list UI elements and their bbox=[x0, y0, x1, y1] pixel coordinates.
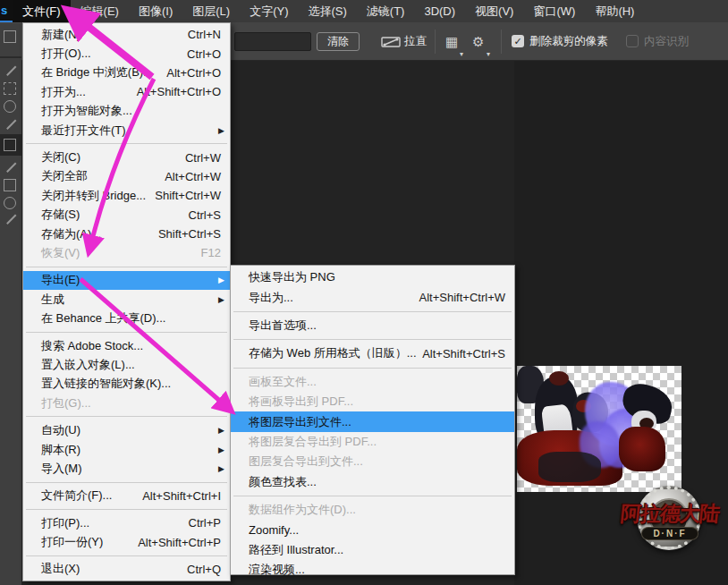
menu-item-export-layers-to-files[interactable]: 将图层导出到文件... bbox=[231, 411, 514, 431]
content-aware-label: 内容识别 bbox=[644, 22, 689, 61]
menu-item-generate[interactable]: 生成▶ bbox=[23, 290, 230, 309]
menu-filter[interactable]: 滤镜(T) bbox=[357, 0, 415, 22]
menu-item-export-as[interactable]: 导出为...Alt+Shift+Ctrl+W bbox=[231, 287, 514, 307]
menu-separator bbox=[233, 496, 512, 496]
menu-separator bbox=[26, 267, 227, 267]
submenu-arrow-icon: ▶ bbox=[218, 426, 224, 435]
submenu-arrow-icon: ▶ bbox=[218, 276, 224, 284]
menu-item-color-lookup-tables[interactable]: 颜色查找表... bbox=[231, 472, 514, 492]
submenu-arrow-icon: ▶ bbox=[218, 126, 224, 135]
menu-item-open-as-smart-object[interactable]: 打开为智能对象... bbox=[23, 102, 230, 121]
menu-3d[interactable]: 3D(D) bbox=[414, 0, 465, 22]
submenu-arrow-icon: ▶ bbox=[218, 464, 224, 473]
marquee-tool-icon[interactable] bbox=[4, 82, 16, 95]
menu-item-scripts[interactable]: 脚本(R)▶ bbox=[23, 440, 230, 459]
eyedropper-tool-icon[interactable] bbox=[4, 159, 17, 173]
menu-item-package: 打包(G)... bbox=[23, 394, 230, 412]
menu-item-place-embedded[interactable]: 置入嵌入对象(L)... bbox=[23, 355, 230, 374]
menu-item-open-recent[interactable]: 最近打开文件(T)▶ bbox=[23, 121, 230, 140]
panel-icon[interactable] bbox=[4, 30, 16, 43]
logo-title: 阿拉德大陆 bbox=[610, 500, 728, 528]
export-submenu: 快速导出为 PNG 导出为...Alt+Shift+Ctrl+W 导出首选项..… bbox=[230, 265, 515, 575]
menu-separator bbox=[26, 143, 227, 144]
menu-item-paths-to-illustrator[interactable]: 路径到 Illustrator... bbox=[231, 540, 514, 560]
menu-item-print[interactable]: 打印(P)...Ctrl+P bbox=[23, 513, 230, 532]
menu-item-zoomify[interactable]: Zoomify... bbox=[231, 520, 514, 539]
menu-item-layer-comps-to-files: 图层复合导出到文件... bbox=[231, 452, 514, 471]
ps-taskbar-icon-fragment: s bbox=[0, 0, 13, 22]
menu-separator bbox=[233, 339, 512, 340]
menu-item-close-and-go-to-bridge[interactable]: 关闭并转到 Bridge...Shift+Ctrl+W bbox=[23, 186, 230, 205]
menu-item-render-video[interactable]: 渲染视频... bbox=[231, 560, 514, 580]
submenu-arrow-icon: ▶ bbox=[218, 295, 224, 304]
menu-item-save-for-web-legacy[interactable]: 存储为 Web 所用格式（旧版）...Alt+Shift+Ctrl+S bbox=[231, 343, 514, 363]
gear-icon[interactable]: ⚙ bbox=[472, 22, 484, 61]
divider bbox=[501, 30, 502, 54]
straighten-icon[interactable] bbox=[381, 36, 401, 48]
menu-type[interactable]: 文字(Y) bbox=[240, 0, 298, 22]
menu-item-import[interactable]: 导入(M)▶ bbox=[23, 459, 230, 478]
stamp-tool-icon[interactable] bbox=[4, 211, 17, 225]
menu-file[interactable]: 文件(F) bbox=[13, 0, 71, 22]
crop-tool-pressed[interactable] bbox=[0, 134, 21, 156]
menu-view[interactable]: 视图(V) bbox=[465, 0, 523, 22]
menu-help[interactable]: 帮助(H) bbox=[585, 0, 644, 22]
menu-separator bbox=[26, 509, 227, 510]
healing-tool-icon[interactable] bbox=[4, 179, 16, 191]
menu-separator bbox=[26, 482, 227, 483]
menu-item-artboards-to-pdf: 将画板导出到 PDF... bbox=[231, 392, 514, 411]
straighten-label[interactable]: 拉直 bbox=[404, 22, 427, 61]
menu-separator bbox=[26, 555, 227, 556]
wand-tool-icon[interactable] bbox=[4, 116, 17, 130]
menu-item-save[interactable]: 存储(S)Ctrl+S bbox=[23, 206, 230, 225]
menu-item-browse-in-bridge[interactable]: 在 Bridge 中浏览(B)...Alt+Ctrl+O bbox=[23, 64, 230, 82]
menu-window[interactable]: 窗口(W) bbox=[523, 0, 585, 22]
menu-item-export-preferences[interactable]: 导出首选项... bbox=[231, 316, 514, 335]
delete-cropped-pixels-checkbox[interactable]: ✓ bbox=[512, 35, 524, 47]
menu-separator bbox=[26, 332, 227, 333]
clear-button[interactable]: 清除 bbox=[317, 32, 360, 51]
menu-item-close[interactable]: 关闭(C)Ctrl+W bbox=[23, 148, 230, 166]
menu-item-export[interactable]: 导出(E)▶ bbox=[23, 271, 230, 290]
photoshop-window: { "menubar": { "items": [ {"label": "文件(… bbox=[0, 0, 728, 585]
menu-item-place-linked[interactable]: 置入链接的智能对象(K)... bbox=[23, 375, 230, 394]
crop-ratio-input[interactable] bbox=[234, 32, 311, 51]
menu-item-quick-export-png[interactable]: 快速导出为 PNG bbox=[231, 267, 514, 287]
document-canvas[interactable] bbox=[517, 366, 681, 492]
menu-item-data-sets-as-files: 数据组作为文件(D)... bbox=[231, 500, 514, 520]
file-menu-dropdown: 新建(N)Ctrl+N 打开(O)...Ctrl+O 在 Bridge 中浏览(… bbox=[22, 22, 231, 581]
menu-select[interactable]: 选择(S) bbox=[298, 0, 356, 22]
menu-edit[interactable]: 编辑(E) bbox=[71, 0, 129, 22]
divider bbox=[435, 30, 436, 54]
lasso-tool-icon[interactable] bbox=[4, 100, 16, 113]
menu-bar: s 文件(F) 编辑(E) 图像(I) 图层(L) 文字(Y) 选择(S) 滤镜… bbox=[0, 0, 728, 22]
submenu-arrow-icon: ▶ bbox=[218, 445, 224, 454]
move-tool-icon[interactable] bbox=[4, 63, 17, 76]
menu-item-file-info[interactable]: 文件简介(F)...Alt+Shift+Ctrl+I bbox=[23, 487, 230, 505]
brush-tool-icon[interactable] bbox=[4, 197, 16, 209]
menu-image[interactable]: 图像(I) bbox=[129, 0, 182, 22]
menu-item-print-one-copy[interactable]: 打印一份(Y)Alt+Shift+Ctrl+P bbox=[23, 532, 230, 551]
menu-separator bbox=[26, 416, 227, 417]
menu-item-automate[interactable]: 自动(U)▶ bbox=[23, 420, 230, 439]
chevron-down-icon: ▾ bbox=[487, 50, 490, 58]
menu-layer[interactable]: 图层(L) bbox=[182, 0, 240, 22]
menu-item-open-as[interactable]: 打开为...Alt+Shift+Ctrl+O bbox=[23, 82, 230, 101]
logo-subtitle: D·N·F bbox=[641, 527, 698, 540]
menu-item-new[interactable]: 新建(N)Ctrl+N bbox=[23, 25, 230, 44]
menu-item-save-as[interactable]: 存储为(A)...Shift+Ctrl+S bbox=[23, 225, 230, 243]
content-aware-checkbox bbox=[626, 35, 639, 47]
menu-item-close-all[interactable]: 关闭全部Alt+Ctrl+W bbox=[23, 167, 230, 186]
menu-separator bbox=[233, 368, 512, 369]
chevron-down-icon: ▾ bbox=[460, 50, 463, 58]
menu-item-revert: 恢复(V)F12 bbox=[23, 243, 230, 262]
grid-overlay-icon[interactable]: ▦ bbox=[445, 22, 458, 61]
tools-panel-sliver bbox=[0, 22, 21, 585]
menu-item-share-on-behance[interactable]: 在 Behance 上共享(D)... bbox=[23, 309, 230, 327]
menu-item-artboards-to-files: 画板至文件... bbox=[231, 372, 514, 392]
menu-item-exit[interactable]: 退出(X)Ctrl+Q bbox=[23, 560, 230, 579]
menu-item-open[interactable]: 打开(O)...Ctrl+O bbox=[23, 44, 230, 63]
delete-cropped-pixels-label[interactable]: 删除裁剪的像素 bbox=[529, 22, 608, 61]
menu-item-search-adobe-stock[interactable]: 搜索 Adobe Stock... bbox=[23, 336, 230, 355]
menu-separator bbox=[233, 311, 512, 312]
